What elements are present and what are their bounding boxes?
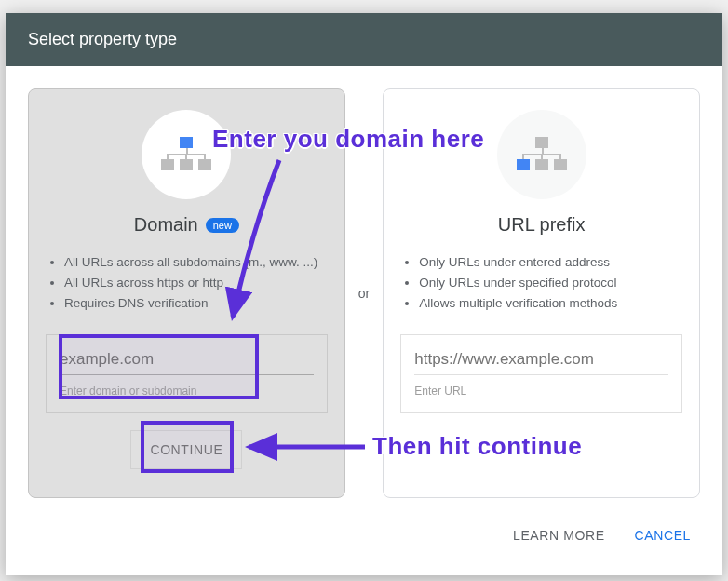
annotation-arrow-continue [0,0,728,581]
